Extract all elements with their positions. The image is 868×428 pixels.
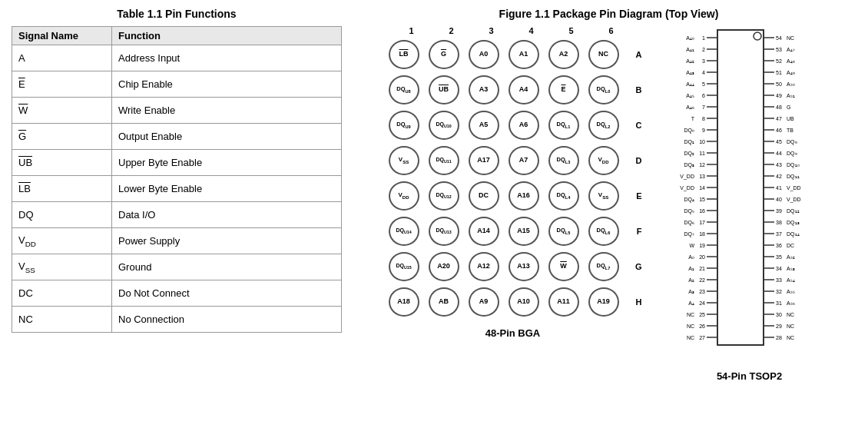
bga-cell: DQU10	[424, 109, 464, 141]
svg-text:A₄₇: A₄₇	[787, 47, 795, 52]
bga-pin: A4	[509, 75, 539, 105]
bga-pin: DQL7	[588, 252, 619, 281]
bga-row-label: C	[628, 121, 642, 130]
svg-text:39: 39	[776, 208, 782, 214]
svg-text:DQ₆: DQ₆	[684, 220, 694, 226]
svg-text:38: 38	[776, 220, 782, 225]
svg-text:A₀: A₀	[688, 254, 694, 260]
svg-text:NC: NC	[787, 323, 794, 329]
svg-text:10: 10	[699, 139, 705, 144]
bga-row-label: D	[628, 156, 642, 165]
col-function: Function	[112, 27, 342, 45]
bga-pin: A18	[389, 287, 419, 317]
svg-text:54: 54	[776, 35, 782, 41]
signal-cell: A	[12, 45, 112, 71]
svg-text:25: 25	[699, 312, 705, 317]
svg-text:48: 48	[776, 105, 782, 110]
bga-cell: A4	[504, 74, 544, 106]
bga-pin: UB	[429, 75, 459, 105]
svg-rect-0	[717, 30, 764, 345]
svg-text:31: 31	[776, 300, 782, 306]
bga-container: 123456LBGA0A1A2NCADQU8UBA3A4EDQL0BDQU9DQ…	[384, 26, 642, 339]
svg-text:DQ₁: DQ₁	[684, 139, 694, 145]
svg-text:NC: NC	[787, 35, 794, 41]
svg-text:2: 2	[702, 47, 705, 52]
svg-text:NC: NC	[686, 335, 694, 340]
svg-text:DQ₅: DQ₅	[684, 208, 694, 214]
svg-text:11: 11	[699, 151, 705, 156]
bga-pin: A16	[509, 181, 539, 211]
table-row: EChip Enable	[12, 71, 342, 98]
bga-pin: A10	[509, 287, 539, 317]
bga-pin: G	[429, 40, 459, 69]
signal-cell: G	[12, 124, 112, 150]
table-row: WWrite Enable	[12, 98, 342, 124]
svg-text:A₅₀: A₅₀	[787, 81, 795, 87]
bga-pin: DQU14	[389, 217, 419, 246]
bga-col-header: 1	[392, 26, 432, 35]
bga-cell: DQL0	[584, 74, 624, 106]
svg-text:7: 7	[702, 105, 705, 110]
bga-cell: DQL4	[544, 180, 584, 212]
bga-pin: A3	[469, 75, 499, 105]
diagram-section: Figure 1.1 Package Pin Diagram (Top View…	[357, 8, 860, 382]
svg-text:3: 3	[702, 58, 705, 64]
signal-cell: LB	[12, 176, 112, 202]
svg-text:43: 43	[776, 162, 782, 168]
bga-pin: A14	[469, 217, 499, 246]
svg-text:5: 5	[702, 81, 705, 87]
bga-pin: DQL2	[588, 111, 619, 140]
svg-text:DQ₁₁: DQ₁₁	[787, 174, 800, 180]
svg-text:W: W	[689, 243, 694, 248]
table-row: VDDPower Supply	[12, 228, 342, 254]
svg-text:A₄₉: A₄₉	[787, 70, 795, 75]
bga-row-label: H	[628, 297, 642, 307]
svg-text:42: 42	[776, 174, 782, 179]
svg-text:50: 50	[776, 81, 782, 87]
bga-pin: DQU12	[429, 181, 459, 211]
bga-cell: G	[424, 38, 464, 71]
svg-text:V_DD: V_DD	[787, 197, 801, 203]
bga-pin: A17	[469, 146, 499, 175]
signal-cell: VSS	[12, 254, 112, 280]
bga-row-label: A	[628, 50, 642, 59]
svg-text:DQ₇: DQ₇	[684, 231, 694, 237]
bga-row-label: B	[628, 85, 642, 95]
bga-pin: DQU10	[429, 111, 459, 140]
function-cell: Power Supply	[112, 228, 342, 254]
svg-text:30: 30	[776, 312, 782, 317]
bga-row: DQU15A20A12A13WDQL7G	[384, 250, 642, 283]
svg-text:23: 23	[699, 289, 705, 294]
tsop-label: 54-Pin TSOP2	[717, 370, 782, 382]
svg-text:26: 26	[699, 323, 705, 329]
bga-row: DQU14DQU13A14A15DQL5DQL6F	[384, 215, 642, 247]
svg-text:A₄₁: A₄₁	[686, 47, 694, 52]
svg-text:16: 16	[699, 208, 705, 214]
bga-cell: A15	[504, 215, 544, 247]
bga-pin: A13	[509, 252, 539, 281]
bga-pin: E	[548, 75, 579, 105]
svg-text:V_DD: V_DD	[787, 185, 801, 191]
svg-text:A₅₂: A₅₂	[787, 254, 795, 260]
table-row: GOutput Enable	[12, 124, 342, 150]
svg-text:22: 22	[699, 277, 705, 283]
svg-text:52: 52	[776, 58, 782, 64]
diagram-title: Figure 1.1 Package Pin Diagram (Top View…	[499, 8, 719, 20]
bga-pin: DC	[469, 181, 499, 211]
svg-text:V_DD: V_DD	[680, 174, 694, 180]
bga-col-headers: 123456	[392, 26, 642, 35]
bga-pin: A12	[469, 252, 499, 281]
svg-text:DQ₀: DQ₀	[684, 128, 694, 134]
main-container: Table 1.1 Pin Functions Signal Name Func…	[0, 0, 868, 390]
bga-cell: DQU9	[384, 109, 424, 141]
svg-text:49: 49	[776, 93, 782, 98]
bga-pin: DQL0	[588, 75, 619, 105]
svg-text:A₅₁: A₅₁	[787, 93, 795, 98]
svg-text:34: 34	[776, 266, 782, 271]
signal-cell: DQ	[12, 202, 112, 228]
svg-text:DQ₃: DQ₃	[684, 162, 694, 168]
svg-text:A₄₅: A₄₅	[686, 93, 694, 98]
bga-cell: VSS	[584, 180, 624, 212]
svg-text:40: 40	[776, 197, 782, 202]
bga-pin: A19	[588, 287, 619, 317]
